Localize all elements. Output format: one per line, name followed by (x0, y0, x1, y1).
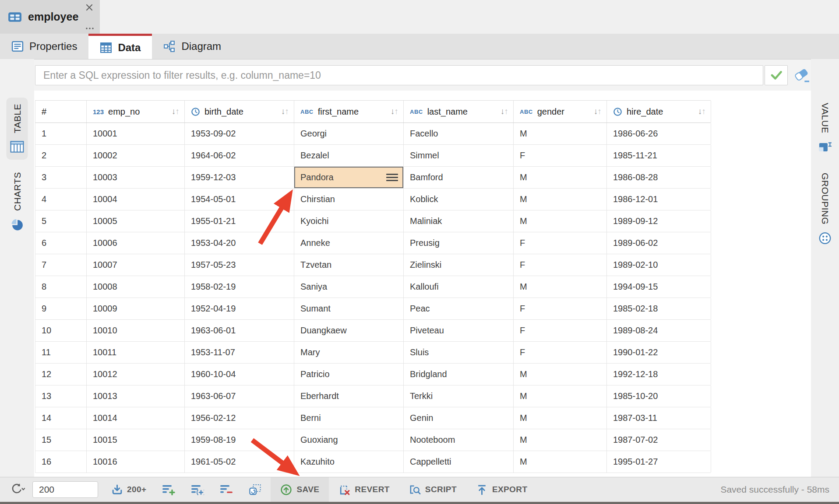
grid-cell[interactable]: Eberhardt (294, 385, 404, 407)
column-header-last_name[interactable]: ABClast_name↓↑ (404, 101, 514, 122)
grid-cell[interactable]: 10011 (87, 342, 185, 363)
grid-cell[interactable]: 10007 (87, 254, 185, 276)
grid-cell[interactable]: Tzvetan (294, 254, 404, 276)
more-icon[interactable] (85, 27, 95, 30)
grid-cell[interactable]: 1987-07-02 (607, 429, 711, 451)
revert-button[interactable]: REVERT (329, 477, 399, 502)
row-limit-input[interactable] (32, 481, 98, 498)
grid-cell[interactable]: 10008 (87, 276, 185, 298)
grid-cell[interactable]: M (514, 364, 607, 385)
grid-cell[interactable]: M (514, 210, 607, 232)
grid-cell[interactable]: 5 (35, 210, 87, 232)
grid-cell[interactable]: 1986-06-26 (607, 123, 711, 144)
grid-cell[interactable]: 1989-09-12 (607, 210, 711, 232)
grid-cell[interactable]: 10006 (87, 232, 185, 254)
grid-cell[interactable]: Facello (404, 123, 514, 144)
grid-cell[interactable]: 1953-11-07 (185, 342, 294, 363)
rail-table-button[interactable]: TABLE (7, 98, 28, 160)
grid-cell[interactable]: 1990-01-22 (607, 342, 711, 363)
grid-cell[interactable]: 1989-06-02 (607, 232, 711, 254)
add-row-icon[interactable] (162, 484, 175, 496)
grid-cell[interactable]: Sumant (294, 298, 404, 319)
refresh-button[interactable] (10, 482, 25, 497)
grid-cell[interactable]: 10015 (87, 429, 185, 451)
column-header-rownum[interactable]: # (35, 101, 87, 122)
grid-cell[interactable]: 10016 (87, 451, 185, 472)
grid-cell[interactable]: M (514, 407, 607, 429)
grid-cell[interactable]: Preusig (404, 232, 514, 254)
grid-cell[interactable]: 1954-05-01 (185, 189, 294, 210)
column-header-first_name[interactable]: ABCfirst_name↓↑ (294, 101, 404, 122)
grid-cell[interactable]: 1989-02-10 (607, 254, 711, 276)
grid-cell[interactable]: 1986-12-01 (607, 189, 711, 210)
grid-cell[interactable]: M (514, 385, 607, 407)
grid-cell[interactable]: 1960-10-04 (185, 364, 294, 385)
grid-cell[interactable]: 9 (35, 298, 87, 319)
grid-cell[interactable]: M (514, 167, 607, 188)
grid-cell[interactable]: 10004 (87, 189, 185, 210)
close-icon[interactable] (85, 3, 94, 12)
grid-cell[interactable]: 8 (35, 276, 87, 298)
tab-diagram[interactable]: Diagram (152, 34, 233, 59)
grid-cell[interactable]: M (514, 451, 607, 472)
apply-filter-button[interactable] (765, 65, 788, 85)
delete-row-icon[interactable] (220, 484, 233, 496)
column-header-emp_no[interactable]: 123emp_no↓↑ (87, 101, 185, 122)
grid-cell[interactable]: Simmel (404, 145, 514, 166)
grid-cell[interactable]: 15 (35, 429, 87, 451)
grid-cell[interactable]: F (514, 298, 607, 319)
grid-cell[interactable]: 10005 (87, 210, 185, 232)
grid-cell[interactable]: Kalloufi (404, 276, 514, 298)
grid-cell[interactable]: Koblick (404, 189, 514, 210)
tab-employee[interactable]: employee (0, 0, 100, 34)
grid-cell[interactable]: Bamford (404, 167, 514, 188)
grid-cell[interactable]: 1985-10-20 (607, 385, 711, 407)
grid-cell[interactable]: 1963-06-01 (185, 320, 294, 341)
duplicate-row-icon[interactable] (249, 484, 262, 496)
grid-cell[interactable]: 1963-06-07 (185, 385, 294, 407)
grid-cell[interactable]: Terkki (404, 385, 514, 407)
grid-cell[interactable]: 1952-04-19 (185, 298, 294, 319)
sort-arrows-icon[interactable]: ↓↑ (594, 107, 601, 116)
grid-cell[interactable]: F (514, 342, 607, 363)
grid-cell[interactable]: 1955-01-21 (185, 210, 294, 232)
rail-charts-button[interactable]: CHARTS (7, 166, 28, 238)
grid-cell[interactable]: 2 (35, 145, 87, 166)
grid-cell[interactable]: 10014 (87, 407, 185, 429)
grid-cell[interactable]: Duangkaew (294, 320, 404, 341)
grid-cell[interactable]: 12 (35, 364, 87, 385)
hamburger-icon[interactable] (386, 174, 398, 181)
grid-cell[interactable]: F (514, 254, 607, 276)
grid-cell[interactable]: Piveteau (404, 320, 514, 341)
eraser-icon[interactable] (793, 67, 811, 83)
grid-cell[interactable]: 10009 (87, 298, 185, 319)
grid-cell[interactable]: 3 (35, 167, 87, 188)
copy-row-icon[interactable] (191, 484, 204, 496)
grid-cell[interactable]: Saniya (294, 276, 404, 298)
save-button[interactable]: SAVE (271, 477, 329, 502)
grid-cell[interactable]: 10012 (87, 364, 185, 385)
grid-cell[interactable]: F (514, 320, 607, 341)
column-header-hire_date[interactable]: hire_date↓↑ (607, 101, 711, 122)
grid-cell[interactable]: Cappelletti (404, 451, 514, 472)
export-button[interactable]: EXPORT (466, 477, 537, 502)
rail-value-button[interactable]: VALUE (814, 97, 836, 160)
grid-cell[interactable]: 1987-03-11 (607, 407, 711, 429)
grid-cell[interactable]: Guoxiang (294, 429, 404, 451)
grid-cell[interactable]: Kazuhito (294, 451, 404, 472)
grid-cell[interactable]: M (514, 276, 607, 298)
sort-arrows-icon[interactable]: ↓↑ (501, 107, 508, 116)
grid-cell[interactable]: 1992-12-18 (607, 364, 711, 385)
grid-cell[interactable]: 1985-11-21 (607, 145, 711, 166)
grid-cell[interactable]: 10013 (87, 385, 185, 407)
grid-cell[interactable]: 10010 (87, 320, 185, 341)
grid-cell[interactable]: 10003 (87, 167, 185, 188)
grid-cell[interactable]: F (514, 232, 607, 254)
grid-cell-selected[interactable]: Pandora (294, 167, 404, 188)
grid-cell[interactable]: 1994-09-15 (607, 276, 711, 298)
fetch-more-button[interactable]: 200+ (111, 484, 146, 496)
grid-cell[interactable]: 13 (35, 385, 87, 407)
grid-cell[interactable]: 16 (35, 451, 87, 472)
grid-cell[interactable]: 1 (35, 123, 87, 144)
grid-cell[interactable]: Anneke (294, 232, 404, 254)
